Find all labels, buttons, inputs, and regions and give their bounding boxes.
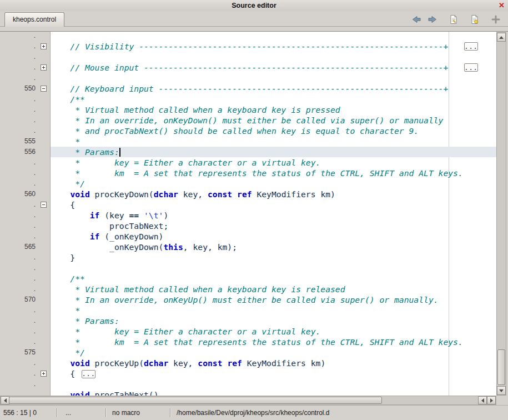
line-number[interactable]: . [0,305,38,316]
code-line[interactable]: . // Mouse input -----------------------… [0,62,496,73]
line-number[interactable]: . [0,221,38,231]
fold-margin[interactable] [38,284,51,294]
titlebar[interactable]: Source editor ✕ [0,0,508,11]
code-line[interactable]: . } [0,252,496,263]
code-text[interactable]: * key = Either a character or a virtual … [51,326,496,337]
fold-margin[interactable] [38,62,51,73]
code-line[interactable]: . if (key == '\t') [0,210,496,221]
line-number[interactable]: . [0,52,38,62]
code-text[interactable]: */ [51,347,496,358]
line-number[interactable]: 550 [0,83,38,94]
code-text[interactable]: {... [51,368,496,379]
code-text[interactable]: // Visibility --------------------------… [51,41,496,52]
jump-forward-button[interactable] [426,13,439,26]
code-text[interactable]: * Virtual method called when a keyboard … [51,104,496,115]
code-text[interactable]: } [51,252,496,263]
code-text[interactable]: if (_onKeyDown) [51,231,496,242]
document-button-2[interactable] [468,13,481,26]
line-number[interactable]: . [0,32,38,41]
line-number[interactable]: . [0,379,38,389]
line-number[interactable]: . [0,358,38,368]
line-number[interactable]: 556 [0,147,38,157]
vertical-scrollbar[interactable] [496,32,506,396]
scroll-right-button[interactable] [487,396,496,404]
line-number[interactable]: . [0,115,38,126]
code-line[interactable]: . [0,73,496,83]
fold-margin[interactable] [38,305,51,316]
fold-margin[interactable] [38,326,51,337]
code-line[interactable]: . [0,32,496,41]
code-text[interactable]: * and procTabNext() should be called whe… [51,126,496,136]
fold-margin[interactable] [38,115,51,126]
code-text[interactable]: _onKeyDown(this, key, km); [51,242,496,252]
code-line[interactable]: . {... [0,368,496,379]
code-line[interactable]: 575 */ [0,347,496,358]
code-text[interactable]: procTabNext; [51,221,496,231]
fold-margin[interactable] [38,316,51,326]
code-line[interactable]: 565 _onKeyDown(this, key, km); [0,242,496,252]
code-text[interactable] [51,32,496,41]
line-number[interactable]: . [0,263,38,273]
fold-margin[interactable] [38,73,51,83]
fold-margin[interactable] [38,294,51,305]
line-number[interactable]: . [0,389,38,396]
line-number[interactable]: . [0,178,38,189]
fold-margin[interactable] [38,168,51,178]
line-number[interactable]: . [0,62,38,73]
code-line[interactable]: . * km = A set that represents the statu… [0,168,496,178]
code-line[interactable]: . // Visibility ------------------------… [0,41,496,52]
code-text[interactable]: * km = A set that represents the status … [51,168,496,178]
code-line[interactable]: . { [0,199,496,210]
fold-margin[interactable] [38,389,51,396]
fold-margin[interactable] [38,178,51,189]
code-text[interactable]: void procKeyUp(dchar key, const ref KeyM… [51,358,496,368]
line-number[interactable]: . [0,157,38,168]
code-line[interactable]: . * key = Either a character or a virtua… [0,326,496,337]
fold-margin[interactable] [38,368,51,379]
horizontal-scrollbar[interactable] [0,396,496,405]
code-text[interactable]: * In an override, onKeyUp() must either … [51,294,496,305]
line-number[interactable]: 570 [0,294,38,305]
code-text[interactable] [51,52,496,62]
fold-plus-icon[interactable] [41,64,47,71]
fold-margin[interactable] [38,358,51,368]
fold-ellipsis[interactable]: ... [464,63,478,72]
code-line[interactable]: . */ [0,178,496,189]
code-text[interactable]: // Mouse input -------------------------… [51,62,496,73]
code-text[interactable]: { [51,199,496,210]
line-number[interactable]: . [0,326,38,337]
code-line[interactable]: 555 * [0,136,496,147]
code-line[interactable]: . /** [0,273,496,284]
fold-margin[interactable] [38,41,51,52]
scroll-left-button-2[interactable] [478,396,487,404]
code-text[interactable] [51,73,496,83]
code-text[interactable]: * [51,136,496,147]
code-text[interactable]: * km = A set that represents the status … [51,337,496,347]
line-number[interactable]: 565 [0,242,38,252]
line-number[interactable]: . [0,41,38,52]
line-number[interactable]: . [0,273,38,284]
line-number[interactable]: . [0,210,38,221]
fold-margin[interactable] [38,210,51,221]
code-line[interactable]: . [0,263,496,273]
fold-minus-icon[interactable] [41,86,47,92]
line-number[interactable]: . [0,73,38,83]
code-text[interactable]: void procTabNext() [51,389,496,396]
code-text[interactable] [51,379,496,389]
fold-margin[interactable] [38,199,51,210]
code-text[interactable]: */ [51,178,496,189]
line-number[interactable]: . [0,284,38,294]
code-line[interactable]: 570 * In an override, onKeyUp() must eit… [0,294,496,305]
code-text[interactable]: * Params: [51,147,496,157]
jump-back-button[interactable] [409,13,423,26]
code-line[interactable]: 556 * Params: [0,147,496,157]
fold-margin[interactable] [38,189,51,199]
line-number[interactable]: 555 [0,136,38,147]
code-line[interactable]: . void procKeyUp(dchar key, const ref Ke… [0,358,496,368]
code-line[interactable]: . * key = Either a character or a virtua… [0,157,496,168]
code-line[interactable]: . * Params: [0,316,496,326]
code-line[interactable]: . /** [0,94,496,104]
code-text[interactable]: * Params: [51,316,496,326]
fold-margin[interactable] [38,104,51,115]
code-text[interactable]: * In an override, onKeyDown() must eithe… [51,115,496,126]
